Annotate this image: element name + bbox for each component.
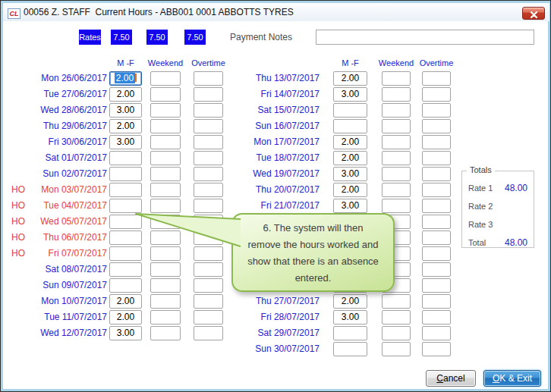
hours-cell-weekend[interactable] — [150, 135, 181, 149]
hours-cell-overtime[interactable] — [194, 278, 223, 293]
hours-cell-overtime[interactable] — [422, 151, 451, 165]
hours-cell-mf[interactable]: 2.00 — [333, 183, 367, 197]
hours-cell-mf[interactable]: 3.00 — [333, 167, 367, 181]
hours-cell-mf[interactable]: 3.00 — [109, 103, 142, 118]
hours-cell-mf[interactable] — [109, 151, 142, 165]
hours-cell-overtime[interactable] — [194, 103, 223, 118]
hours-cell-overtime[interactable] — [422, 310, 451, 325]
hours-cell-overtime[interactable] — [194, 326, 223, 340]
hours-cell-mf[interactable] — [109, 183, 142, 197]
hours-cell-overtime[interactable] — [194, 294, 223, 309]
hours-cell-overtime[interactable] — [194, 262, 223, 277]
hours-cell-overtime[interactable] — [194, 151, 223, 165]
hours-cell-weekend[interactable] — [382, 199, 411, 213]
hours-cell-weekend[interactable] — [150, 119, 181, 133]
hours-cell-overtime[interactable] — [422, 278, 451, 293]
totals-rate1-label: Rate 1 — [468, 183, 493, 193]
hours-cell-weekend[interactable] — [382, 71, 411, 86]
hours-cell-mf[interactable]: 2.00 — [333, 294, 367, 309]
titlebar[interactable]: CL 00056 Z. STAFF Current Hours - ABB001… — [3, 3, 549, 21]
date-label: Mon 10/07/2017 — [24, 294, 107, 309]
hours-cell-mf[interactable] — [333, 119, 367, 133]
hours-cell-weekend[interactable] — [382, 87, 411, 102]
hours-cell-weekend[interactable] — [150, 71, 181, 86]
hours-cell-overtime[interactable] — [194, 71, 223, 86]
hours-cell-mf[interactable]: 3.00 — [333, 310, 367, 325]
close-button[interactable] — [522, 7, 545, 20]
hours-cell-overtime[interactable] — [422, 246, 451, 261]
ok-exit-button-accel: O — [493, 373, 499, 384]
hours-cell-weekend[interactable] — [382, 103, 411, 118]
hours-cell-weekend[interactable] — [382, 135, 411, 149]
hours-cell-mf[interactable]: 2.00 — [109, 87, 142, 102]
hours-cell-weekend[interactable] — [382, 294, 411, 309]
date-label: Thu 13/07/2017 — [247, 71, 320, 86]
column-header-overtime-left: Overtime — [186, 58, 231, 69]
hours-cell-overtime[interactable] — [194, 87, 223, 102]
hours-cell-mf[interactable]: 3.00 — [109, 326, 142, 340]
date-label: Fri 30/06/2017 — [24, 135, 107, 149]
hours-cell-weekend[interactable] — [382, 167, 411, 181]
date-label: Sun 02/07/2017 — [24, 167, 107, 181]
hours-cell-overtime[interactable] — [422, 167, 451, 181]
hours-cell-overtime[interactable] — [422, 135, 451, 149]
hours-cell-weekend[interactable] — [150, 167, 181, 181]
hours-cell-overtime[interactable] — [422, 199, 451, 213]
hours-cell-overtime[interactable] — [422, 230, 451, 245]
hours-cell-overtime[interactable] — [194, 135, 223, 149]
hours-cell-overtime[interactable] — [194, 119, 223, 133]
hours-cell-overtime[interactable] — [422, 342, 451, 356]
hours-cell-weekend[interactable] — [382, 151, 411, 165]
hours-cell-weekend[interactable] — [150, 262, 181, 277]
hours-cell-overtime[interactable] — [194, 167, 223, 181]
hours-cell-mf[interactable] — [333, 342, 367, 356]
hours-cell-overtime[interactable] — [422, 262, 451, 277]
hours-cell-mf[interactable]: 3.00 — [333, 199, 367, 213]
hours-cell-mf[interactable]: 2.00 — [109, 71, 142, 86]
hours-cell-overtime[interactable] — [422, 119, 451, 133]
hours-cell-mf[interactable]: 2.00 — [333, 71, 367, 86]
hours-cell-weekend[interactable] — [150, 151, 181, 165]
hours-cell-mf[interactable]: 3.00 — [333, 87, 367, 102]
hours-cell-mf[interactable]: 2.00 — [109, 310, 142, 325]
hours-cell-weekend[interactable] — [150, 294, 181, 309]
hours-cell-mf[interactable]: 2.00 — [109, 294, 142, 309]
hours-cell-mf[interactable] — [109, 167, 142, 181]
cancel-button[interactable]: Cancel — [426, 370, 476, 387]
hours-cell-overtime[interactable] — [422, 215, 451, 229]
date-label: Thu 27/07/2017 — [247, 294, 320, 309]
hours-cell-mf[interactable]: 2.00 — [109, 119, 142, 133]
hours-cell-weekend[interactable] — [150, 326, 181, 340]
hours-cell-weekend[interactable] — [150, 310, 181, 325]
hours-cell-weekend[interactable] — [150, 278, 181, 293]
hours-cell-weekend[interactable] — [150, 183, 181, 197]
ok-exit-button[interactable]: OK & Exit — [483, 370, 541, 387]
hours-cell-weekend[interactable] — [382, 183, 411, 197]
date-label: Sun 09/07/2017 — [24, 278, 107, 293]
hours-cell-mf[interactable] — [333, 103, 367, 118]
hours-cell-weekend[interactable] — [150, 103, 181, 118]
window-title: 00056 Z. STAFF Current Hours - ABB001 00… — [24, 7, 294, 17]
hours-cell-mf[interactable] — [333, 326, 367, 340]
hours-cell-mf[interactable]: 2.00 — [333, 151, 367, 165]
hours-cell-weekend[interactable] — [382, 119, 411, 133]
hours-cell-mf[interactable]: 3.00 — [109, 135, 142, 149]
hours-cell-mf[interactable]: 2.00 — [333, 135, 367, 149]
hours-cell-mf[interactable] — [109, 262, 142, 277]
hours-cell-mf[interactable] — [109, 278, 142, 293]
hours-cell-overtime[interactable] — [422, 87, 451, 102]
hours-cell-overtime[interactable] — [194, 310, 223, 325]
column-header-mf-right: M -F — [326, 58, 375, 69]
payment-notes-input[interactable] — [316, 30, 534, 45]
date-label: Tue 11/07/2017 — [24, 310, 107, 325]
hours-cell-overtime[interactable] — [194, 183, 223, 197]
hours-cell-weekend[interactable] — [382, 310, 411, 325]
hours-cell-overtime[interactable] — [422, 183, 451, 197]
hours-cell-overtime[interactable] — [422, 294, 451, 309]
hours-cell-overtime[interactable] — [422, 103, 451, 118]
hours-cell-weekend[interactable] — [382, 342, 411, 356]
hours-cell-overtime[interactable] — [422, 71, 451, 86]
hours-cell-weekend[interactable] — [150, 87, 181, 102]
hours-cell-overtime[interactable] — [422, 326, 451, 340]
hours-cell-weekend[interactable] — [382, 326, 411, 340]
